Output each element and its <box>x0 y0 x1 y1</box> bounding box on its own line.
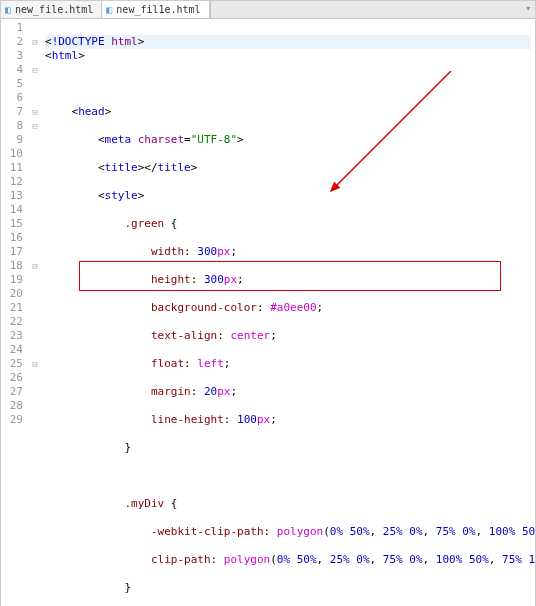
tab-label: new_file.html <box>15 4 93 15</box>
tab-bar-empty <box>210 1 535 18</box>
html-file-icon: ◧ <box>5 4 11 15</box>
tab-new-file[interactable]: ◧ new_file.html <box>1 1 102 18</box>
code-lines[interactable]: <!DOCTYPE html> <html> <head> <meta char… <box>41 19 535 606</box>
code-editor-panel: ◧ new_file.html ◧ new_fil1e.html ▾ 12345… <box>0 0 536 606</box>
tab-bar: ◧ new_file.html ◧ new_fil1e.html <box>1 1 535 19</box>
html-file-icon: ◧ <box>106 4 112 15</box>
fold-column: ⊟⊟⊟⊟⊟⊟ <box>29 19 41 606</box>
code-area[interactable]: 1234567891011121314151617181920212223242… <box>1 19 535 606</box>
tab-label: new_fil1e.html <box>116 4 200 15</box>
line-gutter: 1234567891011121314151617181920212223242… <box>1 19 29 606</box>
collapse-icon[interactable]: ▾ <box>526 3 531 13</box>
tab-new-fil1e[interactable]: ◧ new_fil1e.html <box>102 1 209 18</box>
